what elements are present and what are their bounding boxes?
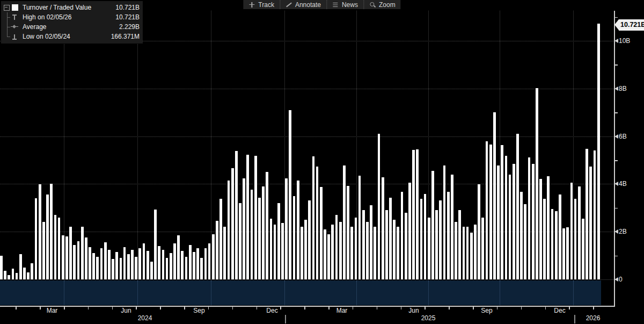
bar: [393, 220, 396, 279]
bar: [316, 167, 319, 279]
legend-high-value: 10.721B: [115, 13, 140, 21]
legend-series-value: 10.721B: [115, 4, 140, 11]
y-axis-line: [614, 11, 615, 307]
bar: [0, 256, 3, 279]
zero-band-gridline: [428, 280, 429, 305]
bar: [370, 205, 372, 279]
annotate-button[interactable]: Annotate: [280, 0, 326, 9]
x-month-label: Dec: [266, 307, 277, 314]
gridline-vertical: [500, 11, 500, 280]
bar: [586, 149, 588, 279]
y-tick-arrow-icon: [614, 277, 618, 282]
y-minor-tick: [614, 64, 618, 66]
x-month-tick: [88, 306, 89, 309]
x-month-label: Jun: [408, 307, 419, 314]
bar: [408, 183, 411, 279]
bar: [428, 218, 430, 279]
bar: [246, 155, 249, 279]
bar: [73, 245, 76, 279]
bar: [185, 257, 188, 279]
bar: [463, 227, 465, 279]
bar: [420, 199, 423, 279]
bar: [528, 157, 531, 279]
zoom-button[interactable]: Zoom: [363, 0, 401, 9]
bar: [46, 195, 49, 279]
bar: [258, 198, 261, 279]
y-tick-label: 4B: [619, 180, 627, 188]
x-year-label: 2026: [586, 314, 601, 322]
average-marker-icon: [12, 24, 18, 30]
bar: [443, 165, 446, 279]
tree-expander-icon[interactable]: [4, 5, 10, 11]
bar: [378, 134, 380, 279]
tree-branch-line: [3, 32, 10, 41]
bar: [277, 203, 280, 279]
gridline-vertical: [137, 11, 138, 280]
bar: [16, 273, 18, 279]
y-tick-label: 0: [619, 276, 623, 283]
zero-band-gridline: [573, 280, 574, 305]
high-marker-icon: [12, 14, 18, 20]
bar: [562, 228, 565, 279]
bar: [466, 227, 469, 279]
legend-row-high[interactable]: High on 02/05/26 10.721B: [3, 12, 140, 22]
x-month-tick: [16, 306, 17, 309]
legend-row-low[interactable]: Low on 02/05/24 166.371M: [3, 32, 140, 41]
bar: [559, 195, 561, 279]
bar: [431, 171, 434, 279]
y-minor-tick: [614, 208, 618, 209]
y-minor-tick: [614, 160, 618, 161]
chart-toolbar: Track Annotate News Zoom: [243, 0, 400, 9]
bar: [551, 209, 554, 279]
x-month-label: Sep: [193, 307, 204, 314]
bar: [143, 243, 145, 279]
tree-branch-line: [3, 22, 10, 32]
bar: [578, 186, 581, 279]
last-value-tag: 10.721B: [619, 19, 644, 31]
x-month-tick: [328, 306, 330, 309]
legend-row-average[interactable]: Average 2.229B: [3, 22, 140, 32]
bar: [335, 215, 338, 279]
bar: [251, 190, 253, 279]
bar: [193, 252, 195, 279]
x-month-tick: [64, 306, 65, 309]
x-month-tick: [112, 306, 113, 309]
bar: [135, 257, 137, 279]
x-month-label: Mar: [47, 307, 58, 314]
bar: [100, 248, 103, 279]
chart-plot-area[interactable]: 02B4B6B8B10BMarJunSepDecMarJunSepDec2024…: [0, 0, 644, 324]
bar: [382, 177, 384, 279]
bar: [297, 181, 299, 279]
y-minor-tick: [614, 256, 618, 257]
x-month-label: Jun: [121, 307, 131, 314]
track-button[interactable]: Track: [243, 0, 280, 9]
x-month-tick: [377, 306, 378, 309]
bar: [289, 110, 291, 279]
bar: [481, 218, 484, 279]
y-tick-label: 2B: [619, 228, 627, 235]
news-button[interactable]: News: [326, 0, 363, 9]
bar: [239, 203, 241, 279]
bar: [39, 184, 41, 279]
bar: [204, 248, 207, 279]
bar: [574, 199, 577, 279]
bar: [547, 176, 550, 279]
bar: [385, 210, 388, 279]
bar: [439, 200, 442, 279]
bar: [301, 227, 303, 279]
tag-arrow-icon: [614, 19, 619, 30]
zero-band-gridline: [284, 280, 285, 305]
bar: [181, 251, 184, 279]
bar: [355, 218, 357, 279]
y-tick-arrow-icon: [614, 229, 618, 234]
legend-row-series[interactable]: Turnover / Traded Value 10.721B: [3, 3, 140, 12]
y-tick-arrow-icon: [614, 39, 618, 43]
legend-box: Turnover / Traded Value 10.721B High on …: [1, 1, 143, 44]
y-tick-label: 6B: [619, 133, 627, 140]
bar: [243, 178, 245, 279]
bar: [536, 88, 538, 279]
track-icon: [248, 2, 255, 8]
bar: [200, 258, 203, 279]
bar: [350, 227, 353, 279]
bar: [516, 134, 519, 279]
